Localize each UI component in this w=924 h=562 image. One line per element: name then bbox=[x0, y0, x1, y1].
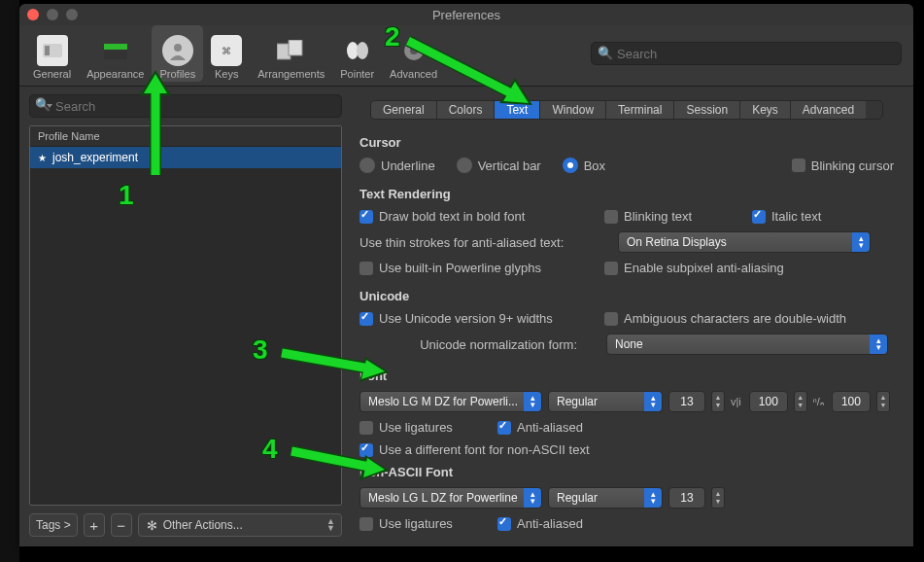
font-size-input[interactable] bbox=[668, 391, 705, 412]
ambiguous-checkbox[interactable]: Ambiguous characters are double-width bbox=[604, 311, 846, 326]
thin-strokes-label: Use thin strokes for anti-aliased text: bbox=[359, 235, 597, 250]
textrender-heading: Text Rendering bbox=[359, 187, 894, 201]
cursor-underline[interactable]: Underline bbox=[359, 158, 435, 173]
svg-rect-1 bbox=[45, 46, 50, 55]
font-heading: Font bbox=[359, 369, 894, 383]
main-panel: General Colors Text Window Terminal Sess… bbox=[350, 87, 913, 546]
nonascii-heading: Non-ASCII Font bbox=[359, 465, 894, 479]
nonascii-ligatures-checkbox[interactable]: Use ligatures bbox=[359, 516, 476, 531]
thin-strokes-select[interactable]: On Retina Displays▴▾ bbox=[618, 231, 871, 253]
nonascii-family-select[interactable]: Meslo LG L DZ for Powerline▴▾ bbox=[359, 487, 542, 509]
other-actions-button[interactable]: ✻ Other Actions... ▲▼ bbox=[138, 513, 342, 537]
svg-point-9 bbox=[357, 42, 368, 59]
pointer-icon bbox=[342, 35, 373, 66]
profiles-icon bbox=[162, 35, 193, 66]
diff-font-checkbox[interactable]: Use a different font for non-ASCII text bbox=[359, 442, 590, 457]
tab-session[interactable]: Session bbox=[674, 101, 740, 119]
sidebar-search[interactable]: 🔍 bbox=[29, 94, 342, 118]
italic-checkbox[interactable]: Italic text bbox=[752, 209, 821, 224]
svg-point-11 bbox=[410, 47, 418, 54]
tab-keys[interactable]: Keys bbox=[740, 101, 791, 119]
toolbar-profiles[interactable]: Profiles bbox=[152, 25, 203, 82]
terminal-gutter bbox=[0, 0, 19, 562]
updown-icon: ▴▾ bbox=[870, 334, 887, 354]
preferences-window: Preferences General Appearance Profiles … bbox=[19, 4, 913, 546]
nonascii-aa-checkbox[interactable]: Anti-aliased bbox=[497, 516, 583, 531]
cursor-box[interactable]: Box bbox=[563, 158, 605, 173]
cursor-heading: Cursor bbox=[359, 135, 894, 150]
nonascii-size-stepper[interactable]: ▲▼ bbox=[711, 487, 725, 509]
powerline-checkbox[interactable]: Use built-in Powerline glyphs bbox=[359, 261, 583, 275]
arrangements-icon bbox=[276, 35, 307, 66]
tab-colors[interactable]: Colors bbox=[437, 101, 496, 119]
toolbar-general[interactable]: General bbox=[25, 25, 79, 82]
bold-checkbox[interactable]: Draw bold text in bold font bbox=[359, 209, 583, 224]
sidebar-footer: Tags > + − ✻ Other Actions... ▲▼ bbox=[29, 513, 342, 537]
aa-checkbox[interactable]: Anti-aliased bbox=[497, 420, 583, 435]
tab-advanced[interactable]: Advanced bbox=[791, 101, 866, 119]
norm-select[interactable]: None▴▾ bbox=[606, 334, 888, 355]
updown-icon: ▴▾ bbox=[524, 392, 541, 411]
profile-table: Profile Name ★ josh_experiment bbox=[29, 125, 342, 506]
toolbar-search-input[interactable] bbox=[591, 42, 902, 65]
unicode-heading: Unicode bbox=[359, 289, 894, 303]
toolbar: General Appearance Profiles ⌘ Keys Arran… bbox=[19, 25, 913, 87]
font-n-stepper[interactable]: ▲▼ bbox=[876, 391, 890, 412]
sidebar: 🔍 Profile Name ★ josh_experiment Tags > … bbox=[19, 87, 350, 546]
nonascii-style-select[interactable]: Regular▴▾ bbox=[548, 487, 663, 509]
updown-icon: ▴▾ bbox=[644, 392, 662, 411]
window-title: Preferences bbox=[19, 8, 913, 22]
updown-icon: ▴▾ bbox=[524, 488, 541, 508]
toolbar-arrangements[interactable]: Arrangements bbox=[250, 25, 332, 82]
tags-button[interactable]: Tags > bbox=[29, 513, 78, 537]
svg-point-4 bbox=[174, 44, 182, 52]
font-n-input[interactable] bbox=[832, 391, 871, 412]
toolbar-appearance[interactable]: Appearance bbox=[79, 25, 152, 82]
profile-table-header: Profile Name bbox=[30, 126, 341, 147]
font-vi-stepper[interactable]: ▲▼ bbox=[794, 391, 807, 412]
tab-text[interactable]: Text bbox=[495, 101, 540, 119]
n-icon: ⁿ/ₙ bbox=[813, 396, 826, 408]
star-icon: ★ bbox=[38, 153, 47, 163]
toolbar-pointer[interactable]: Pointer bbox=[332, 25, 382, 82]
nonascii-size-input[interactable] bbox=[668, 487, 705, 509]
tab-window[interactable]: Window bbox=[540, 101, 606, 119]
subpixel-checkbox[interactable]: Enable subpixel anti-aliasing bbox=[604, 261, 784, 275]
blinking-text-checkbox[interactable]: Blinking text bbox=[604, 209, 731, 224]
blinking-cursor[interactable]: Blinking cursor bbox=[792, 158, 894, 173]
sidebar-search-input[interactable] bbox=[29, 94, 342, 118]
svg-text:⌘: ⌘ bbox=[222, 46, 231, 56]
norm-label: Unicode normalization form: bbox=[359, 337, 585, 352]
font-vi-input[interactable] bbox=[749, 391, 788, 412]
gear-icon: ✻ bbox=[147, 518, 157, 533]
general-icon bbox=[37, 35, 68, 66]
unicode9-checkbox[interactable]: Use Unicode version 9+ widths bbox=[359, 311, 583, 326]
font-family-select[interactable]: Meslo LG M DZ for Powerli...▴▾ bbox=[359, 391, 542, 412]
updown-icon: ▴▾ bbox=[644, 488, 662, 508]
toolbar-keys[interactable]: ⌘ Keys bbox=[203, 25, 250, 82]
svg-rect-3 bbox=[104, 44, 127, 50]
font-style-select[interactable]: Regular▴▾ bbox=[548, 391, 663, 412]
cursor-vertical[interactable]: Vertical bar bbox=[457, 158, 541, 173]
ligatures-checkbox[interactable]: Use ligatures bbox=[359, 420, 476, 435]
search-icon: 🔍 bbox=[598, 46, 613, 60]
svg-rect-7 bbox=[289, 40, 302, 55]
tab-terminal[interactable]: Terminal bbox=[606, 101, 674, 119]
font-size-stepper[interactable]: ▲▼ bbox=[711, 391, 725, 412]
appearance-icon bbox=[100, 35, 131, 66]
remove-button[interactable]: − bbox=[111, 513, 132, 537]
toolbar-advanced[interactable]: Advanced bbox=[382, 25, 445, 82]
updown-icon: ▴▾ bbox=[852, 232, 870, 252]
add-button[interactable]: + bbox=[84, 513, 105, 537]
profile-row[interactable]: ★ josh_experiment bbox=[30, 147, 341, 168]
toolbar-search[interactable]: 🔍 bbox=[591, 42, 902, 65]
chevron-down-icon bbox=[47, 104, 52, 108]
titlebar: Preferences bbox=[19, 4, 913, 25]
tab-general[interactable]: General bbox=[371, 101, 437, 119]
tabbar: General Colors Text Window Terminal Sess… bbox=[370, 100, 883, 120]
advanced-icon bbox=[398, 35, 429, 66]
profile-name: josh_experiment bbox=[52, 151, 138, 164]
updown-icon: ▲▼ bbox=[326, 518, 335, 532]
vi-icon: v|i bbox=[731, 396, 743, 407]
keys-icon: ⌘ bbox=[211, 35, 242, 66]
